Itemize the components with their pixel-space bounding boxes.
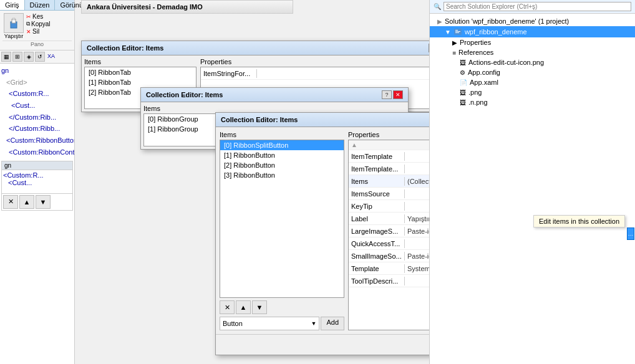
tree-panel: gn <Custom:R... <Cust... ✕ ▲ ▼ (1, 161, 73, 211)
se-references-label: References (458, 49, 493, 56)
prop-name-items: Items (349, 177, 405, 186)
add-area: Button ▼ Add (220, 317, 344, 330)
se-item-png2[interactable]: 🖼 .n.png (430, 97, 635, 107)
prop-name-0: ItemStringFor... (201, 69, 257, 78)
svg-rect-5 (455, 31, 460, 32)
left-panel: Giriş Düzen Görünüm Yapıştır ✂ Kes ⧉ Kop… (0, 0, 75, 364)
remove-item-btn[interactable]: ✕ (220, 300, 235, 314)
prop-name-largeimage: LargeImageS... (349, 227, 405, 236)
dialog-1-titlebar[interactable]: Collection Editor: Items ? ✕ (82, 41, 455, 55)
prop-name-label: Label (349, 214, 405, 223)
se-solution-label: Solution 'wpf_ribbon_deneme' (1 project) (445, 17, 569, 25)
svg-rect-4 (455, 30, 458, 31)
se-item-appxaml[interactable]: 📄 App.xaml (430, 77, 635, 87)
dialog-2-close-btn[interactable]: ✕ (393, 90, 403, 99)
se-appconfig-label: App.config (468, 69, 500, 76)
editor-toolbar: ▦ ⊞ ◈ ↺ XA (0, 50, 74, 64)
solution-icon: ▶ (437, 18, 442, 25)
se-item-properties[interactable]: ▶ Properties (430, 37, 635, 47)
project-icon: ▼ (445, 29, 451, 36)
clipboard-group: ✂ Kes ⧉ Kopyal ✕ Sil (26, 13, 51, 35)
toolbar-xa[interactable]: XA (46, 52, 56, 62)
se-appxaml-label: App.xaml (470, 79, 498, 86)
move-up-btn[interactable]: ▲ (236, 300, 251, 314)
dialog-3-item-2[interactable]: [2] RibbonButton (220, 160, 344, 170)
se-properties-label: Properties (460, 39, 491, 46)
se-item-project[interactable]: ▼ wpf_ribbon_deneme (430, 26, 635, 37)
tab-duzen[interactable]: Düzen (25, 0, 56, 10)
prop-name-itemssource: ItemsSource (349, 189, 405, 198)
se-item-png1[interactable]: 🖼 .png (430, 87, 635, 97)
png2-icon: 🖼 (460, 99, 466, 106)
image-icon: 🖼 (460, 59, 466, 66)
toolbar-btn-1[interactable]: ▦ (1, 52, 11, 62)
prop-name-itemtemplate: ItemTemplate (349, 152, 405, 161)
dialog-3-item-3[interactable]: [3] RibbonButton (220, 170, 344, 180)
paste-group: Yapıştır (2, 13, 25, 39)
prop-name-itemtemplatesel: ItemTemplate... (349, 165, 405, 173)
se-png1-label: .png (468, 89, 482, 96)
se-search-input[interactable] (444, 2, 631, 11)
pano-label: Pano (2, 41, 72, 47)
dialog-3-item-0[interactable]: [0] RibbonSplitButton (220, 140, 344, 150)
dialog-3-items-label: Items (220, 131, 344, 138)
config-icon: ⚙ (460, 69, 465, 76)
toolbar-btn-2[interactable]: ⊞ (12, 52, 22, 62)
add-type-select[interactable]: Button ▼ (220, 317, 319, 330)
se-cut-icon-label: Actions-edit-cut-icon.png (468, 59, 544, 66)
ribbon-tabs: Giriş Düzen Görünüm (0, 0, 74, 11)
add-button[interactable]: Add (321, 317, 344, 330)
dropdown-arrow-icon: ▼ (311, 320, 317, 327)
prop-name-keytip: KeyTip (349, 202, 405, 211)
dialog-2-help-btn[interactable]: ? (382, 90, 392, 99)
paste-button[interactable] (4, 13, 24, 33)
properties-icon: ▶ (452, 39, 457, 46)
tree-down-btn[interactable]: ▼ (36, 195, 51, 209)
app-titlebar: Ankara Üniversitesi - Demadag IMO (81, 0, 293, 14)
dialog-2-title: Collection Editor: Items (146, 91, 223, 98)
tree-remove-btn[interactable]: ✕ (3, 195, 18, 209)
right-edge-btn[interactable]: … (627, 228, 634, 240)
dialog-1-title: Collection Editor: Items (87, 44, 163, 52)
tree-up-btn[interactable]: ▲ (19, 195, 34, 209)
dialog-3-title: Collection Editor: Items (221, 116, 298, 123)
se-item-appconfig[interactable]: ⚙ App.config (430, 67, 635, 77)
svg-rect-6 (455, 32, 459, 33)
toolbar-btn-3[interactable]: ◈ (24, 52, 34, 62)
dialog-2-items-label: Items (143, 105, 256, 112)
sil-button[interactable]: ✕ Sil (26, 28, 51, 35)
kes-button[interactable]: ✂ Kes (26, 13, 51, 20)
se-search-bar: 🔍 (430, 0, 635, 14)
kopyal-button[interactable]: ⧉ Kopyal (26, 21, 51, 27)
prop-name-quickaccess: QuickAccessT... (349, 239, 405, 248)
se-png2-label: .n.png (468, 98, 488, 106)
se-project-label: wpf_ribbon_deneme (465, 28, 527, 36)
dialog-1-item-1[interactable]: [1] RibbonTab (85, 77, 196, 87)
paste-label: Yapıştır (4, 33, 23, 39)
se-tree: ▶ Solution 'wpf_ribbon_deneme' (1 projec… (430, 14, 635, 110)
tooltip-popup: Edit items in this collection (533, 215, 625, 228)
tooltip-text: Edit items in this collection (539, 218, 619, 225)
tab-giris[interactable]: Giriş (0, 0, 25, 10)
solution-explorer: 🔍 ▶ Solution 'wpf_ribbon_deneme' (1 proj… (429, 0, 635, 364)
toolbar-btn-4[interactable]: ↺ (35, 52, 45, 62)
search-icon: 🔍 (434, 3, 441, 10)
code-tree: gn <Grid> <Custom:R... <Cust... </Custom… (0, 64, 74, 160)
dialog-1-item-0[interactable]: [0] RibbonTab (85, 67, 196, 77)
add-type-label: Button (223, 320, 311, 327)
move-down-btn[interactable]: ▼ (252, 300, 267, 314)
se-item-solution[interactable]: ▶ Solution 'wpf_ribbon_deneme' (1 projec… (430, 16, 635, 26)
svg-rect-2 (12, 18, 15, 20)
png-icon: 🖼 (460, 89, 466, 96)
references-icon: ■ (452, 49, 456, 56)
dialog-3-item-1[interactable]: [1] RibbonButton (220, 150, 344, 160)
prop-name-template: Template (349, 264, 405, 273)
prop-name-smallimage: SmallImageSo... (349, 252, 405, 261)
prop-value-0[interactable] (257, 73, 452, 74)
se-item-references[interactable]: ■ References (430, 47, 635, 57)
dialog-2-titlebar[interactable]: Collection Editor: Items ? ✕ (141, 88, 408, 102)
dialog-1-props-label: Properties (200, 58, 452, 65)
se-item-cut-icon[interactable]: 🖼 Actions-edit-cut-icon.png (430, 57, 635, 67)
dialog-1-items-label: Items (84, 58, 196, 65)
prop-name-tooltip: ToolTipDescri... (349, 277, 405, 285)
